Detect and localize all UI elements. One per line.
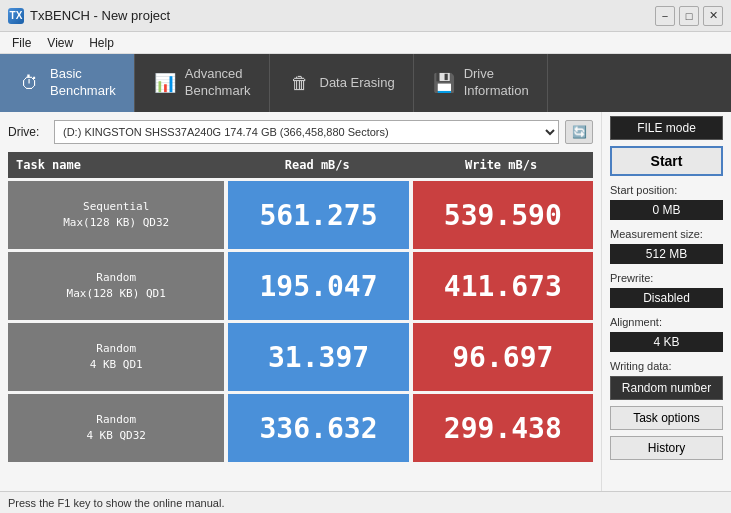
benchmark-table: Task name Read mB/s Write mB/s Sequentia… [8, 152, 593, 485]
row1-name: RandomMax(128 KB) QD1 [8, 252, 224, 320]
right-panel: FILE mode Start Start position: 0 MB Mea… [601, 112, 731, 491]
tab-basic-benchmark[interactable]: ⏱ BasicBenchmark [0, 54, 135, 112]
writing-data-value: Random number [610, 376, 723, 400]
basic-benchmark-icon: ⏱ [18, 71, 42, 95]
row3-write: 299.438 [413, 394, 593, 462]
close-button[interactable]: ✕ [703, 6, 723, 26]
data-erasing-icon: 🗑 [288, 71, 312, 95]
prewrite-label: Prewrite: [610, 272, 723, 284]
start-position-label: Start position: [610, 184, 723, 196]
tab-advanced-benchmark[interactable]: 📊 AdvancedBenchmark [135, 54, 270, 112]
alignment-label: Alignment: [610, 316, 723, 328]
status-bar: Press the F1 key to show the online manu… [0, 491, 731, 513]
row1-write: 411.673 [413, 252, 593, 320]
measurement-size-label: Measurement size: [610, 228, 723, 240]
header-task-name: Task name [8, 152, 225, 178]
basic-benchmark-label: BasicBenchmark [50, 66, 116, 100]
nav-tabs: ⏱ BasicBenchmark 📊 AdvancedBenchmark 🗑 D… [0, 54, 731, 112]
app-title: TxBENCH - New project [30, 8, 170, 23]
history-button[interactable]: History [610, 436, 723, 460]
drive-row: Drive: (D:) KINGSTON SHSS37A240G 174.74 … [8, 118, 593, 146]
minimize-button[interactable]: − [655, 6, 675, 26]
menu-view[interactable]: View [39, 34, 81, 51]
file-mode-button[interactable]: FILE mode [610, 116, 723, 140]
start-position-value: 0 MB [610, 200, 723, 220]
table-row: RandomMax(128 KB) QD1 195.047 411.673 [8, 252, 593, 320]
start-button[interactable]: Start [610, 146, 723, 176]
drive-information-icon: 💾 [432, 71, 456, 95]
title-bar: TX TxBENCH - New project − □ ✕ [0, 0, 731, 32]
row3-read: 336.632 [228, 394, 408, 462]
tab-data-erasing[interactable]: 🗑 Data Erasing [270, 54, 414, 112]
table-header: Task name Read mB/s Write mB/s [8, 152, 593, 178]
row3-name: Random4 KB QD32 [8, 394, 224, 462]
menu-help[interactable]: Help [81, 34, 122, 51]
drive-select[interactable]: (D:) KINGSTON SHSS37A240G 174.74 GB (366… [54, 120, 559, 144]
drive-refresh-button[interactable]: 🔄 [565, 120, 593, 144]
maximize-button[interactable]: □ [679, 6, 699, 26]
left-panel: Drive: (D:) KINGSTON SHSS37A240G 174.74 … [0, 112, 601, 491]
advanced-benchmark-label: AdvancedBenchmark [185, 66, 251, 100]
task-options-button[interactable]: Task options [610, 406, 723, 430]
row2-name: Random4 KB QD1 [8, 323, 224, 391]
row2-write: 96.697 [413, 323, 593, 391]
table-row: SequentialMax(128 KB) QD32 561.275 539.5… [8, 181, 593, 249]
tab-drive-information[interactable]: 💾 DriveInformation [414, 54, 548, 112]
window-controls: − □ ✕ [655, 6, 723, 26]
header-read: Read mB/s [225, 152, 409, 178]
title-bar-left: TX TxBENCH - New project [8, 8, 170, 24]
measurement-size-value: 512 MB [610, 244, 723, 264]
status-text: Press the F1 key to show the online manu… [8, 497, 224, 509]
alignment-value: 4 KB [610, 332, 723, 352]
prewrite-value: Disabled [610, 288, 723, 308]
advanced-benchmark-icon: 📊 [153, 71, 177, 95]
app-icon: TX [8, 8, 24, 24]
menu-bar: File View Help [0, 32, 731, 54]
row2-read: 31.397 [228, 323, 408, 391]
drive-label: Drive: [8, 125, 48, 139]
table-row: Random4 KB QD32 336.632 299.438 [8, 394, 593, 462]
drive-information-label: DriveInformation [464, 66, 529, 100]
row0-write: 539.590 [413, 181, 593, 249]
row1-read: 195.047 [228, 252, 408, 320]
main-content: Drive: (D:) KINGSTON SHSS37A240G 174.74 … [0, 112, 731, 491]
header-write: Write mB/s [409, 152, 593, 178]
data-erasing-label: Data Erasing [320, 75, 395, 92]
table-row: Random4 KB QD1 31.397 96.697 [8, 323, 593, 391]
row0-read: 561.275 [228, 181, 408, 249]
row0-name: SequentialMax(128 KB) QD32 [8, 181, 224, 249]
writing-data-label: Writing data: [610, 360, 723, 372]
menu-file[interactable]: File [4, 34, 39, 51]
